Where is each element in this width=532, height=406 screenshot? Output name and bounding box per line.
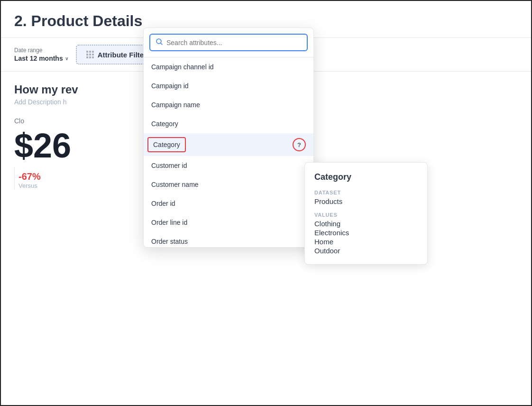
item-label: Campaign id [151, 82, 189, 90]
item-label: Order line id [151, 219, 187, 226]
help-icon[interactable]: ? [293, 138, 306, 151]
list-item[interactable]: Order status [144, 232, 313, 247]
page: 2. Product Details Date range Last 12 mo… [1, 1, 531, 405]
tooltip-value-item: Electronics [314, 229, 418, 237]
attribute-filter-label: Attribute Filter [98, 51, 147, 59]
tooltip-dataset-label: DATASET [314, 190, 418, 195]
search-icon [156, 38, 163, 46]
tooltip-value-item: Home [314, 238, 418, 246]
search-input[interactable] [166, 39, 301, 46]
chevron-down-icon: ∨ [65, 56, 68, 61]
dropdown-list: Campaign channel id Campaign id Campaign… [144, 57, 313, 247]
date-range-text: Last 12 months [14, 55, 63, 62]
list-item[interactable]: Campaign id [144, 76, 313, 95]
attribute-dropdown-panel: Campaign channel id Campaign id Campaign… [143, 28, 314, 248]
date-range-dropdown[interactable]: Last 12 months ∨ [14, 55, 68, 62]
list-item[interactable]: Campaign name [144, 95, 313, 114]
item-label: Customer name [151, 181, 199, 188]
svg-line-1 [161, 43, 162, 45]
search-wrapper [149, 34, 308, 51]
list-item[interactable]: Customer name [144, 175, 313, 194]
list-item[interactable]: Order line id [144, 213, 313, 232]
date-range-container: Date range Last 12 months ∨ [14, 47, 68, 62]
list-item[interactable]: Campaign channel id [144, 57, 313, 76]
item-label: Campaign channel id [151, 63, 214, 71]
tooltip-title: Category [314, 172, 418, 182]
tooltip-panel: Category DATASET Products VALUES Clothin… [304, 162, 428, 265]
tooltip-values-list: Clothing Electronics Home Outdoor [314, 220, 418, 255]
tooltip-value-item: Outdoor [314, 247, 418, 255]
item-label: Category [151, 120, 178, 128]
item-label: Customer id [151, 162, 187, 169]
list-item[interactable]: Category [144, 114, 313, 133]
grid-icon [86, 51, 94, 58]
metric-versus: Versus [18, 182, 41, 189]
metric-change: -67% [18, 171, 41, 182]
list-item-selected[interactable]: Category ? [144, 133, 313, 156]
tooltip-value-item: Clothing [314, 220, 418, 228]
tooltip-values-label: VALUES [314, 212, 418, 218]
tooltip-dataset-value: Products [314, 197, 418, 205]
item-label: Order status [151, 238, 188, 245]
date-range-label: Date range [14, 47, 68, 54]
list-item[interactable]: Order id [144, 194, 313, 213]
item-label: Order id [151, 200, 175, 207]
list-item[interactable]: Customer id [144, 156, 313, 175]
item-label: Campaign name [151, 101, 200, 109]
item-label-selected: Category [147, 137, 186, 152]
search-box [144, 28, 313, 57]
